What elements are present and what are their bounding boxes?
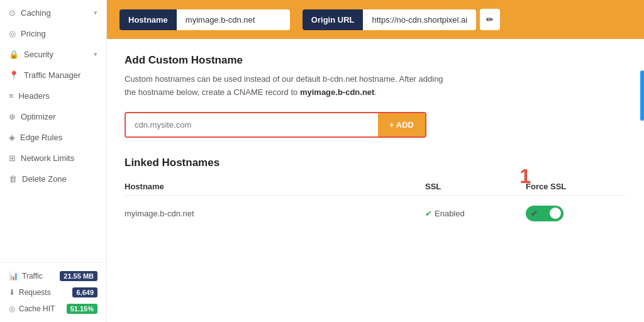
- sidebar: ⊙ Caching ▾ ◎ Pricing 🔒 Security ▾ 📍 Tra…: [0, 0, 107, 322]
- content-area: Add Custom Hostname Custom hostnames can…: [107, 39, 644, 322]
- headers-icon: ≡: [9, 91, 14, 101]
- chevron-down-icon-security: ▾: [94, 50, 97, 58]
- edge-rules-icon: ◈: [9, 133, 15, 142]
- custom-hostname-input-row: + ADD: [125, 112, 426, 138]
- hostname-field: Hostname myimage.b-cdn.net: [119, 9, 290, 30]
- desc-text-2: .: [374, 87, 377, 97]
- col-force-ssl: Force SSL: [526, 182, 626, 191]
- sidebar-item-optimizer-label: Optimizer: [21, 112, 56, 121]
- sidebar-item-headers[interactable]: ≡ Headers: [0, 86, 106, 106]
- row-ssl-status: ✔ Enabled: [425, 209, 526, 218]
- origin-value: https://no-cdn.shortpixel.ai: [363, 9, 476, 30]
- sidebar-item-headers-label: Headers: [19, 91, 50, 101]
- sidebar-item-pricing-label: Pricing: [21, 29, 46, 38]
- main-panel: Hostname myimage.b-cdn.net Origin URL ht…: [107, 0, 644, 322]
- add-hostname-button[interactable]: + ADD: [378, 113, 425, 136]
- ssl-check-icon: ✔: [425, 209, 432, 218]
- cache-hit-stats-icon: ◎: [9, 304, 15, 313]
- sidebar-item-network-limits[interactable]: ⊞ Network Limits: [0, 148, 106, 169]
- add-hostname-title: Add Custom Hostname: [125, 54, 626, 67]
- sidebar-item-edge-rules[interactable]: ◈ Edge Rules: [0, 127, 106, 148]
- col-hostname: Hostname: [125, 182, 425, 191]
- traffic-badge: 21.55 MB: [60, 271, 97, 281]
- row-hostname: myimage.b-cdn.net: [125, 209, 425, 218]
- linked-hostnames-title: Linked Hostnames: [125, 157, 626, 169]
- stat-cache-hit: ◎ Cache HIT 51.15%: [0, 301, 106, 317]
- chevron-down-icon: ▾: [94, 9, 97, 17]
- hostname-label: Hostname: [119, 9, 177, 30]
- topbar: Hostname myimage.b-cdn.net Origin URL ht…: [107, 0, 644, 39]
- toggle-checkmark: ✔: [531, 209, 538, 218]
- sidebar-item-traffic-manager[interactable]: 📍 Traffic Manager: [0, 65, 106, 86]
- add-hostname-description: Custom hostnames can be used instead of …: [125, 73, 452, 99]
- caching-icon: ⊙: [9, 8, 16, 18]
- hostname-value: myimage.b-cdn.net: [177, 9, 290, 30]
- network-limits-icon: ⊞: [9, 153, 16, 163]
- hostname-input[interactable]: [126, 113, 378, 136]
- pricing-icon: ◎: [9, 29, 16, 38]
- edit-origin-button[interactable]: ✏: [480, 9, 500, 30]
- sidebar-item-pricing[interactable]: ◎ Pricing: [0, 23, 106, 44]
- stat-requests: ⬇ Requests 6,649: [0, 284, 106, 301]
- sidebar-item-delete-zone-label: Delete Zone: [22, 174, 67, 184]
- stat-traffic: 📊 Traffic 21.55 MB: [0, 268, 106, 284]
- scroll-indicator: [640, 70, 644, 121]
- cname-target: myimage.b-cdn.net: [300, 87, 374, 97]
- desc-text-1: Custom hostnames can be used instead of …: [125, 74, 443, 97]
- step-number: 1: [519, 165, 531, 188]
- origin-label: Origin URL: [303, 9, 364, 30]
- security-icon: 🔒: [9, 50, 19, 59]
- sidebar-stats: 📊 Traffic 21.55 MB ⬇ Requests 6,649 ◎ Ca…: [0, 262, 106, 322]
- cache-hit-label: Cache HIT: [19, 304, 55, 313]
- origin-field: Origin URL https://no-cdn.shortpixel.ai …: [303, 9, 501, 30]
- traffic-manager-icon: 📍: [9, 70, 19, 80]
- sidebar-item-edge-rules-label: Edge Rules: [20, 133, 62, 142]
- traffic-stats-icon: 📊: [9, 272, 18, 280]
- table-row: myimage.b-cdn.net ✔ Enabled ✔: [125, 201, 626, 226]
- ssl-enabled-label: Enabled: [435, 209, 465, 218]
- sidebar-item-optimizer[interactable]: ⊕ Optimizer: [0, 106, 106, 127]
- sidebar-item-security-label: Security: [24, 50, 53, 59]
- sidebar-item-traffic-label: Traffic Manager: [24, 70, 80, 80]
- sidebar-item-caching-label: Caching: [21, 8, 51, 18]
- sidebar-item-caching[interactable]: ⊙ Caching ▾: [0, 3, 106, 23]
- cache-hit-badge: 51.15%: [67, 304, 97, 314]
- sidebar-nav: ⊙ Caching ▾ ◎ Pricing 🔒 Security ▾ 📍 Tra…: [0, 0, 106, 262]
- requests-badge: 6,649: [72, 287, 97, 297]
- optimizer-icon: ⊕: [9, 112, 16, 121]
- force-ssl-toggle[interactable]: ✔: [526, 206, 564, 221]
- sidebar-item-network-limits-label: Network Limits: [21, 153, 74, 163]
- sidebar-item-delete-zone[interactable]: 🗑 Delete Zone: [0, 169, 106, 189]
- col-ssl: SSL: [425, 182, 526, 191]
- traffic-label: Traffic: [22, 272, 43, 280]
- table-header: Hostname SSL Force SSL: [125, 178, 626, 196]
- delete-zone-icon: 🗑: [9, 174, 17, 184]
- sidebar-item-security[interactable]: 🔒 Security ▾: [0, 44, 106, 65]
- requests-label: Requests: [19, 288, 51, 297]
- requests-stats-icon: ⬇: [9, 288, 15, 297]
